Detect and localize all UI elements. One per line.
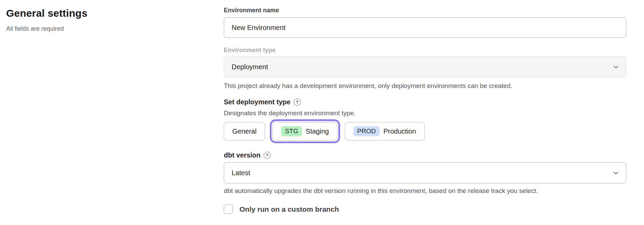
deployment-type-staging-button[interactable]: STG Staging bbox=[273, 122, 337, 140]
custom-branch-row: Only run on a custom branch bbox=[224, 205, 626, 214]
page-subtitle: All fields are required bbox=[6, 25, 224, 32]
section-intro: General settings All fields are required bbox=[0, 0, 224, 214]
environment-type-value: Deployment bbox=[232, 63, 268, 71]
chevron-down-icon bbox=[613, 171, 618, 175]
deployment-type-heading-row: Set deployment type ? bbox=[224, 97, 626, 106]
deployment-type-helper: Designates the deployment environment ty… bbox=[224, 109, 626, 117]
general-settings-page: General settings All fields are required… bbox=[0, 0, 644, 214]
dbt-version-heading: dbt version bbox=[224, 151, 261, 160]
deployment-type-general-button[interactable]: General bbox=[224, 122, 265, 140]
chevron-down-icon bbox=[613, 65, 618, 69]
deployment-type-production-label: Production bbox=[383, 127, 416, 135]
deployment-type-staging-label: Staging bbox=[306, 127, 329, 135]
production-badge: PROD bbox=[353, 126, 380, 137]
custom-branch-checkbox[interactable] bbox=[224, 205, 233, 214]
environment-form: Environment name Environment type Deploy… bbox=[224, 0, 626, 214]
page-title: General settings bbox=[6, 7, 224, 19]
dbt-version-value: Latest bbox=[232, 169, 250, 177]
deployment-type-production-button[interactable]: PROD Production bbox=[345, 122, 425, 140]
dbt-version-select[interactable]: Latest bbox=[224, 162, 626, 183]
environment-name-label: Environment name bbox=[224, 6, 626, 14]
deployment-type-options: General STG Staging PROD Production bbox=[224, 122, 626, 140]
environment-type-helper: This project already has a development e… bbox=[224, 82, 626, 90]
environment-type-select[interactable]: Deployment bbox=[224, 56, 626, 77]
dbt-version-heading-row: dbt version ? bbox=[224, 151, 626, 160]
environment-name-input[interactable] bbox=[224, 17, 626, 38]
help-icon[interactable]: ? bbox=[264, 152, 271, 159]
deployment-type-general-label: General bbox=[232, 127, 257, 135]
staging-badge: STG bbox=[281, 126, 302, 137]
deployment-type-heading: Set deployment type bbox=[224, 97, 291, 106]
environment-type-label: Environment type bbox=[224, 46, 626, 54]
dbt-version-helper: dbt automatically upgrades the dbt versi… bbox=[224, 187, 626, 195]
custom-branch-label[interactable]: Only run on a custom branch bbox=[239, 205, 339, 213]
help-icon[interactable]: ? bbox=[294, 99, 301, 106]
